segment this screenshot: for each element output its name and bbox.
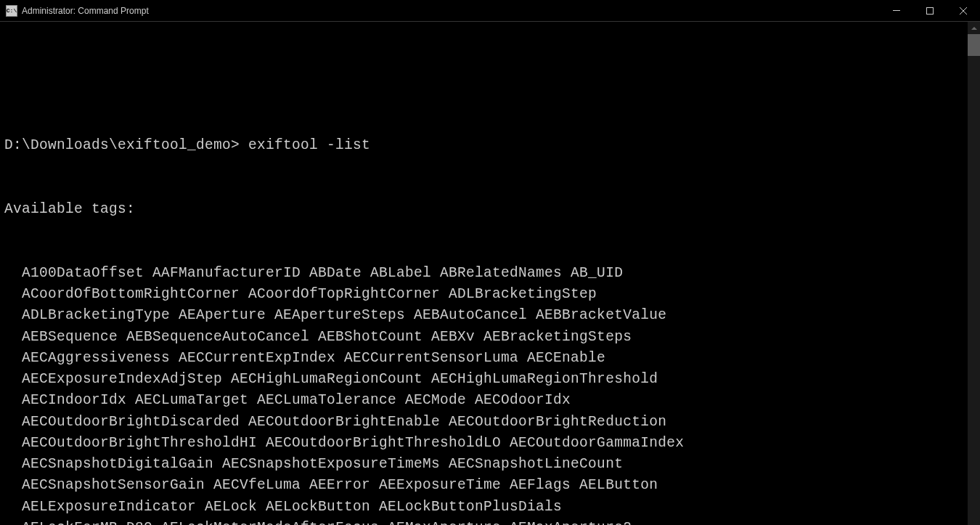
window-title: Administrator: Command Prompt xyxy=(22,6,149,16)
tag-line: AELockForMB-D80 AELockMeterModeAfterFocu… xyxy=(4,518,968,525)
terminal-content[interactable]: D:\Downloads\exiftool_demo> exiftool -li… xyxy=(0,22,968,525)
close-button[interactable] xyxy=(947,0,980,21)
window-controls xyxy=(880,0,980,21)
titlebar-left: C:\ Administrator: Command Prompt xyxy=(6,5,149,17)
minimize-button[interactable] xyxy=(880,0,913,21)
titlebar: C:\ Administrator: Command Prompt xyxy=(0,0,980,22)
terminal-body: D:\Downloads\exiftool_demo> exiftool -li… xyxy=(0,22,980,525)
tag-line: AECOutdoorBrightThresholdHI AECOutdoorBr… xyxy=(4,433,968,454)
tag-line: ACoordOfBottomRightCorner ACoordOfTopRig… xyxy=(4,284,968,305)
tag-line: AECOutdoorBrightDiscarded AECOutdoorBrig… xyxy=(4,412,968,433)
tag-line: AECAggressiveness AECCurrentExpIndex AEC… xyxy=(4,348,968,369)
output-header: Available tags: xyxy=(4,199,968,220)
tag-output: A100DataOffset AAFManufacturerID ABDate … xyxy=(4,263,968,525)
tag-line: AECSnapshotSensorGain AECVfeLuma AEError… xyxy=(4,475,968,496)
scroll-up-arrow[interactable] xyxy=(968,22,980,34)
tag-line: AELExposureIndicator AELock AELockButton… xyxy=(4,497,968,518)
tag-line: AECIndoorIdx AECLumaTarget AECLumaTolera… xyxy=(4,390,968,411)
command: exiftool -list xyxy=(248,137,370,153)
tag-line: ADLBracketingType AEAperture AEApertureS… xyxy=(4,305,968,326)
svg-rect-0 xyxy=(893,10,900,11)
svg-rect-1 xyxy=(927,7,934,14)
tag-line: AECExposureIndexAdjStep AECHighLumaRegio… xyxy=(4,369,968,390)
scroll-thumb[interactable] xyxy=(968,34,980,56)
maximize-button[interactable] xyxy=(913,0,947,21)
blank-line xyxy=(4,72,968,93)
cmd-icon: C:\ xyxy=(6,5,17,17)
tag-line: AECSnapshotDigitalGain AECSnapshotExposu… xyxy=(4,454,968,475)
prompt-line: D:\Downloads\exiftool_demo> exiftool -li… xyxy=(4,135,968,156)
tag-line: AEBSequence AEBSequenceAutoCancel AEBSho… xyxy=(4,327,968,348)
tag-line: A100DataOffset AAFManufacturerID ABDate … xyxy=(4,263,968,284)
prompt: D:\Downloads\exiftool_demo> xyxy=(4,137,240,153)
scrollbar[interactable] xyxy=(968,22,980,525)
